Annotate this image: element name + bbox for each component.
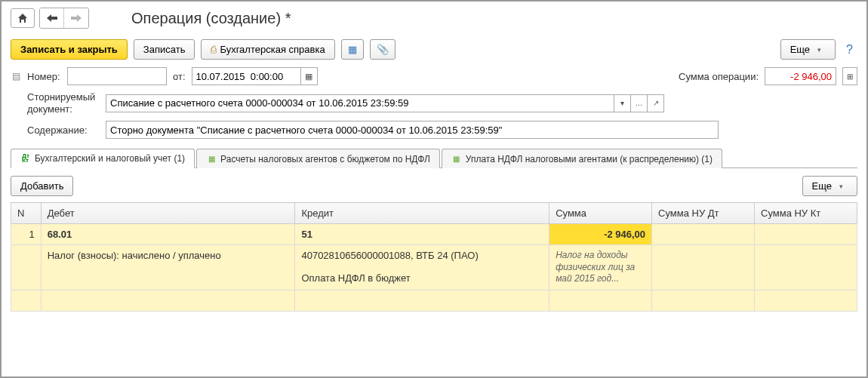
document-button[interactable]: ▦	[341, 39, 364, 60]
cell-debit-analytic[interactable]: Налог (взносы): начислено / уплачено	[41, 245, 295, 268]
select-pick-button[interactable]: …	[631, 94, 648, 112]
tab-ndfl-pay[interactable]: ▦ Уплата НДФЛ налоговыми агентами (к рас…	[442, 149, 722, 168]
sum-calc-button[interactable]: ⊞	[842, 67, 857, 85]
cell-credit-analytic1[interactable]: 40702810656000001088, ВТБ 24 (ПАО)	[295, 245, 549, 268]
cell-nu-kt[interactable]	[755, 224, 857, 245]
save-button[interactable]: Записать	[134, 39, 195, 60]
storno-input[interactable]	[106, 94, 614, 112]
paperclip-icon: 📎	[377, 44, 389, 55]
page-title: Операция (создание) *	[131, 10, 291, 27]
content-input[interactable]	[106, 121, 719, 139]
date-input[interactable]	[192, 67, 301, 85]
tab-ndfl-calc[interactable]: ▦ Расчеты налоговых агентов с бюджетом п…	[196, 149, 440, 168]
report-button[interactable]: ⎙ Бухгалтерская справка	[201, 39, 334, 60]
home-icon	[17, 13, 28, 23]
dropdown-button[interactable]: ▾	[614, 94, 631, 112]
cell-credit[interactable]: 51	[295, 224, 549, 245]
add-button[interactable]: Добавить	[11, 176, 73, 196]
cell-debit[interactable]: 68.01	[41, 224, 295, 245]
col-credit[interactable]: Кредит	[295, 203, 549, 224]
cell-note[interactable]: Налог на доходы физических лиц за май 20…	[549, 245, 652, 290]
forward-button[interactable]	[64, 8, 88, 28]
cell-n[interactable]: 1	[11, 224, 42, 245]
open-icon: ↗	[653, 99, 659, 107]
calculator-icon: ⊞	[847, 72, 853, 81]
save-close-button[interactable]: Записать и закрыть	[11, 39, 128, 60]
table-row[interactable]: Налог (взносы): начислено / уплачено 407…	[11, 245, 857, 268]
col-nu-dt[interactable]: Сумма НУ Дт	[652, 203, 755, 224]
table-row-empty[interactable]	[11, 290, 857, 311]
open-button[interactable]: ↗	[648, 94, 664, 112]
home-button[interactable]	[11, 8, 35, 28]
more-button[interactable]: Еще	[780, 39, 836, 60]
calendar-button[interactable]: ▦	[301, 67, 318, 85]
dtkt-icon: ДтКт	[20, 153, 31, 164]
col-nu-kt[interactable]: Сумма НУ Кт	[755, 203, 857, 224]
cell-sum[interactable]: -2 946,00	[549, 224, 652, 245]
printer-icon: ⎙	[211, 44, 217, 55]
number-input[interactable]	[67, 67, 167, 85]
sum-label: Сумма операции:	[679, 71, 759, 82]
col-n[interactable]: N	[11, 203, 42, 224]
content-label: Содержание:	[27, 124, 100, 136]
cell-debit-analytic2[interactable]	[41, 268, 295, 290]
arrow-right-icon	[71, 14, 82, 22]
table-more-button[interactable]: Еще	[802, 176, 857, 196]
attach-button[interactable]: 📎	[370, 39, 396, 60]
calendar-icon: ▦	[305, 72, 312, 81]
tab-accounting[interactable]: ДтКт Бухгалтерский и налоговый учет (1)	[11, 149, 195, 168]
entries-table: N Дебет Кредит Сумма Сумма НУ Дт Сумма Н…	[11, 202, 857, 312]
table-header-row: N Дебет Кредит Сумма Сумма НУ Дт Сумма Н…	[11, 203, 857, 224]
back-button[interactable]	[40, 8, 64, 28]
table-row[interactable]: Оплата НДФЛ в бюджет	[11, 268, 857, 290]
table-icon: ▦	[451, 154, 462, 164]
help-button[interactable]: ?	[842, 40, 857, 60]
arrow-left-icon	[47, 14, 57, 22]
from-label: от:	[173, 71, 186, 82]
document-icon: ▤	[11, 71, 21, 81]
document-icon: ▦	[348, 44, 357, 55]
col-sum[interactable]: Сумма	[549, 203, 652, 224]
cell-credit-analytic2[interactable]: Оплата НДФЛ в бюджет	[295, 268, 549, 290]
sum-input[interactable]	[765, 67, 836, 85]
number-label: Номер:	[27, 71, 61, 82]
table-row[interactable]: 1 68.01 51 -2 946,00	[11, 224, 857, 245]
storno-label: Сторнируемый документ:	[27, 91, 100, 115]
cell-nu-dt[interactable]	[652, 224, 755, 245]
table-icon: ▦	[206, 154, 217, 164]
col-debit[interactable]: Дебет	[41, 203, 295, 224]
